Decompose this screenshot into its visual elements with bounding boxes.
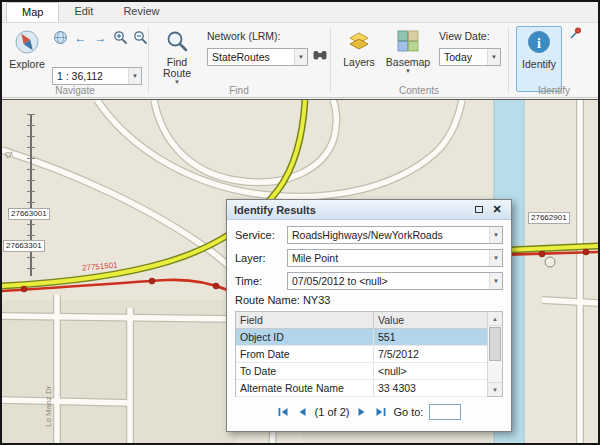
previous-page-button[interactable] [296, 406, 309, 419]
navigate-small-tools: ← → [52, 29, 149, 46]
next-page-button[interactable] [355, 406, 368, 419]
application-window: Map Edit Review Explore [0, 0, 600, 445]
basemap-label: Basemap [386, 57, 430, 68]
cell-field: Alternate Route Name [236, 380, 374, 396]
table-row[interactable]: Alternate Route Name 33 4303 [236, 380, 487, 397]
find-route-button[interactable]: Find Route ▼ [154, 26, 200, 92]
chevron-down-icon: ▼ [405, 68, 411, 74]
tab-map[interactable]: Map [6, 2, 59, 22]
service-label: Service: [227, 229, 287, 241]
identify-results-window: Identify Results ✕ Service: RoadsHighway… [226, 199, 512, 432]
goto-label: Go to: [393, 406, 423, 418]
binoculars-icon [312, 47, 328, 67]
time-value: 07/05/2012 to <null> [288, 275, 489, 287]
route-name-value: NY33 [303, 294, 331, 306]
chevron-down-icon: ▼ [128, 68, 141, 84]
ribbon-toolbar: Explore ← → [2, 23, 598, 98]
cell-field: From Date [236, 346, 374, 362]
group-label-contents: Contents [330, 85, 508, 96]
network-lrm-combo[interactable]: StateRoutes ▼ [207, 48, 308, 66]
find-route-magnifier-icon [165, 29, 189, 55]
table-row[interactable]: Object ID 551 [236, 329, 487, 346]
attributes-table: Field Value Object ID 551 From Date 7/5/… [235, 311, 503, 397]
identify-button[interactable]: i Identify [516, 26, 562, 92]
view-date-value: Today [440, 51, 487, 63]
map-scale-value: 1 : 36,112 [53, 70, 128, 82]
last-page-button[interactable] [374, 406, 387, 419]
layer-value: Mile Point [288, 252, 489, 264]
identify-label: Identify [522, 59, 556, 70]
service-combo[interactable]: RoadsHighways/NewYorkRoads ▼ [287, 226, 503, 244]
identify-results-title: Identify Results [234, 204, 316, 216]
chevron-down-icon: ▼ [487, 49, 500, 65]
next-extent-icon[interactable]: → [92, 29, 109, 46]
layer-label: Layer: [227, 252, 287, 264]
service-value: RoadsHighways/NewYorkRoads [288, 229, 489, 241]
chevron-down-icon: ▼ [489, 227, 502, 243]
network-lrm-label: Network (LRM): [207, 30, 281, 42]
goto-page-input[interactable] [429, 404, 461, 420]
time-row: Time: 07/05/2012 to <null> ▼ [227, 272, 511, 290]
map-scale-combo[interactable]: 1 : 36,112 ▼ [52, 67, 142, 85]
explore-label: Explore [9, 59, 45, 70]
zoom-in-icon[interactable] [112, 29, 129, 46]
identify-info-icon: i [526, 29, 552, 57]
layer-row: Layer: Mile Point ▼ [227, 249, 511, 267]
chevron-down-icon: ▼ [294, 49, 307, 65]
group-divider [508, 28, 509, 92]
scroll-up-icon[interactable]: ▲ [488, 312, 502, 326]
route-name-row: Route Name: NY33 [235, 294, 330, 306]
layers-icon [347, 29, 371, 55]
layers-label: Layers [343, 57, 375, 68]
basemap-icon [396, 29, 420, 55]
layer-combo[interactable]: Mile Point ▼ [287, 249, 503, 267]
group-label-identify: Identify [508, 85, 600, 96]
network-lrm-value: StateRoutes [208, 51, 294, 63]
bookmarks-globe-icon[interactable] [52, 29, 69, 46]
view-date-label: View Date: [439, 30, 490, 42]
basemap-button[interactable]: Basemap ▼ [384, 26, 432, 90]
scroll-down-icon[interactable]: ▼ [488, 382, 502, 396]
layers-button[interactable]: Layers [338, 26, 380, 90]
service-row: Service: RoadsHighways/NewYorkRoads ▼ [227, 226, 511, 244]
tab-review[interactable]: Review [108, 2, 174, 22]
tab-edit[interactable]: Edit [59, 2, 108, 22]
page-indicator: (1 of 2) [315, 406, 350, 418]
zoom-out-icon[interactable] [132, 29, 149, 46]
chevron-down-icon: ▼ [489, 273, 502, 289]
identify-results-titlebar[interactable]: Identify Results ✕ [227, 200, 511, 220]
cell-field: To Date [236, 363, 374, 379]
group-label-find: Find [148, 85, 330, 96]
explore-button[interactable]: Explore [6, 26, 48, 90]
search-routes-button[interactable] [310, 47, 330, 67]
table-header-row: Field Value [236, 312, 487, 329]
identify-route-tool-button[interactable] [566, 27, 582, 43]
cell-value: 551 [374, 329, 487, 345]
street-name-label: Lo Manz Dr [44, 355, 53, 427]
ribbon-tab-bar: Map Edit Review [2, 2, 598, 23]
chevron-down-icon: ▼ [489, 250, 502, 266]
maximize-icon [475, 206, 483, 213]
cell-value: <null> [374, 363, 487, 379]
table-scrollbar[interactable]: ▲ ▼ [487, 312, 502, 396]
previous-extent-icon[interactable]: ← [72, 29, 89, 46]
table-row[interactable]: From Date 7/5/2012 [236, 346, 487, 363]
map-canvas[interactable]: 27663001 27663301 27751501 27662901 Lo M… [2, 99, 598, 443]
route-id-label: 27663301 [3, 240, 45, 252]
close-button[interactable]: ✕ [490, 204, 504, 216]
identify-route-pin-icon [568, 26, 581, 44]
group-divider [148, 28, 149, 92]
maximize-button[interactable] [472, 204, 486, 216]
group-divider [330, 28, 331, 92]
group-label-navigate: Navigate [2, 85, 148, 96]
table-row[interactable]: To Date <null> [236, 363, 487, 380]
view-date-combo[interactable]: Today ▼ [439, 48, 501, 66]
column-header-field: Field [236, 312, 374, 328]
time-combo[interactable]: 07/05/2012 to <null> ▼ [287, 272, 503, 290]
pagination-bar: (1 of 2) Go to: [227, 404, 511, 420]
cell-value: 7/5/2012 [374, 346, 487, 362]
scrollbar-thumb[interactable] [489, 327, 501, 361]
first-page-button[interactable] [277, 406, 290, 419]
route-name-label: Route Name: [235, 294, 300, 306]
close-icon: ✕ [492, 203, 501, 216]
